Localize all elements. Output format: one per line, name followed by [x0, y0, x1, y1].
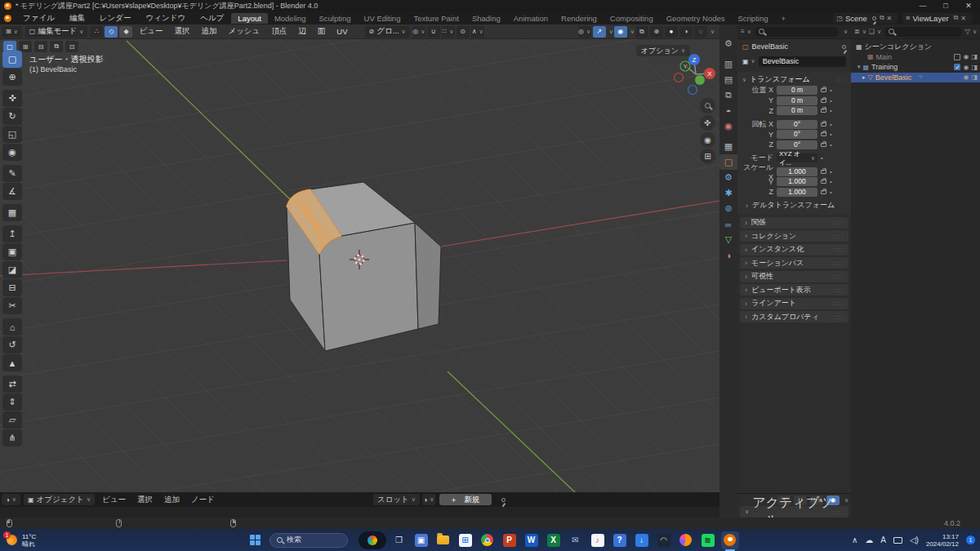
expand-arrow-icon[interactable]: ▸ [862, 74, 866, 81]
tool-annotate[interactable]: ✎ [2, 165, 22, 182]
shader-type-dropdown[interactable]: ▣オブジェクト∨ [24, 494, 95, 505]
tool-poly-build[interactable]: ⌂ [2, 318, 22, 335]
tab-view-layer[interactable]: ⧉ [719, 87, 737, 103]
copy-icon[interactable]: ⧉ [880, 14, 884, 22]
section-0[interactable]: ›関係:::: [740, 217, 849, 229]
scale-z-decorator-dot[interactable]: • [830, 189, 832, 196]
rotation-x-lock-icon[interactable] [821, 122, 826, 127]
navigation-gizmo[interactable]: Y Z X [675, 54, 716, 95]
workspace-tab-layout[interactable]: Layout [231, 13, 268, 24]
tab-world[interactable]: ◉ [719, 118, 737, 134]
tool-inset-faces[interactable]: ▣ [2, 243, 22, 260]
rotation-z-value[interactable]: 0° [777, 140, 817, 149]
outliner-search-input[interactable] [884, 27, 962, 37]
menu-render[interactable]: レンダー [92, 13, 139, 24]
edge-select-button[interactable]: ◇ [105, 26, 118, 38]
location-y-decorator-dot[interactable]: • [830, 97, 832, 104]
scale-x-decorator-dot[interactable]: • [830, 168, 832, 176]
workspace-tab-animation[interactable]: Animation [507, 13, 555, 24]
shading-dropdown[interactable]: ∨ [710, 29, 715, 35]
editor-type-button[interactable]: ⊞∨ [2, 26, 22, 38]
3d-viewport[interactable]: Y Z X ユーザー・透視投影 (1) BevelBasic オプション∨ ✜ … [0, 39, 719, 493]
section-2[interactable]: ›インスタンス化:::: [740, 244, 849, 256]
menu-view[interactable]: ビュー [133, 26, 168, 37]
pan-icon[interactable]: ✜ [700, 115, 715, 131]
hide-eye-icon[interactable]: ◉ [963, 73, 969, 81]
taskbar-icon-task-view[interactable]: ❐ [390, 531, 408, 549]
rotation-z-lock-icon[interactable] [821, 143, 826, 147]
blender-menu-icon[interactable] [4, 15, 11, 22]
workspace-tab-compositing[interactable]: Compositing [604, 13, 660, 24]
properties-filter-dropdown[interactable]: ∨ [844, 29, 848, 35]
select-invert-button[interactable]: ⧉ [50, 41, 63, 52]
taskbar-icon-powerpoint[interactable]: P [501, 531, 519, 549]
taskbar-icon-mail[interactable]: ✉ [567, 531, 585, 549]
object-browse-icon[interactable]: ▣ [742, 58, 749, 65]
rotation-y-value[interactable]: 0° [777, 130, 817, 139]
taskbar-icon-firefox[interactable] [677, 531, 695, 549]
tab-object[interactable]: ▢ [719, 154, 737, 170]
menu-view[interactable]: ビュー [96, 495, 131, 505]
close-button[interactable]: ✕ [957, 2, 980, 10]
menu-file[interactable]: ファイル [16, 13, 62, 24]
location-y-value[interactable]: 0 m [777, 96, 817, 105]
expand-arrow-icon[interactable]: ▾ [858, 64, 861, 70]
taskbar-icon-chrome[interactable] [479, 531, 497, 549]
section-3[interactable]: ›モーションパス:::: [740, 257, 849, 269]
maximize-button[interactable]: □ [934, 2, 957, 10]
pivot-point-dropdown[interactable]: ◎∨ [412, 26, 425, 38]
gizmo-negx[interactable] [675, 73, 684, 82]
tool-cursor[interactable]: ⊕ [2, 69, 22, 86]
snap-magnet-icon[interactable]: ∪ [427, 26, 440, 38]
scale-y-decorator-dot[interactable]: • [830, 178, 832, 185]
exclude-checkbox[interactable]: ✓ [954, 64, 960, 70]
disable-render-icon[interactable]: ◨ [971, 64, 978, 71]
copy-icon[interactable]: ⧉ [954, 14, 959, 22]
filter-icon[interactable]: ▽ [965, 28, 970, 35]
delta-transform-row[interactable]: ›デルタトランスフォーム [737, 200, 851, 211]
ime-indicator[interactable]: A [880, 535, 886, 544]
select-intersect-button[interactable]: ⊡ [65, 41, 78, 52]
shader-editor-body[interactable] [0, 507, 719, 518]
outliner-row-bevelbasic[interactable]: ▸ ▽ BevelBasic ⁘ ◉◨ [851, 73, 980, 83]
transform-orientation-dropdown[interactable]: ⊘グロ...∨ [365, 26, 410, 38]
taskbar-icon-teams[interactable]: ▣ [412, 531, 430, 549]
xray-toggle[interactable]: ⧉ [635, 26, 648, 38]
outliner-row-main[interactable]: ▦ Main ◉◨ [851, 52, 980, 63]
onedrive-cloud-icon[interactable]: ☁ [865, 535, 873, 544]
shading-solid-button[interactable]: ● [665, 26, 678, 38]
proportional-falloff-dropdown[interactable]: ∧∨ [471, 26, 484, 38]
tool-measure[interactable]: ∡ [2, 183, 22, 200]
section-7[interactable]: ›カスタムプロパティ:::: [740, 311, 849, 322]
tool-transform[interactable]: ◉ [2, 144, 22, 161]
workspace-tab-texture-paint[interactable]: Texture Paint [407, 13, 465, 24]
menu-node[interactable]: ノード [185, 495, 220, 505]
taskbar-icon-get-help[interactable]: ? [611, 531, 629, 549]
menu-add[interactable]: 追加 [195, 26, 222, 37]
snap-settings-dropdown[interactable]: ∷∨ [442, 26, 455, 38]
menu-select[interactable]: 選択 [168, 26, 195, 37]
gizmo-negz[interactable] [688, 86, 697, 95]
tool-add-cube[interactable]: ▦ [2, 204, 22, 221]
taskbar-icon-copilot[interactable] [359, 531, 386, 549]
location-x-lock-icon[interactable] [821, 88, 826, 92]
remove-icon[interactable]: ✕ [960, 15, 966, 22]
tool-edge-slide[interactable]: ⇄ [2, 375, 22, 393]
tool-rip-region[interactable]: ⋔ [2, 429, 22, 447]
show-gizmo-dropdown[interactable]: ◎∨ [578, 26, 591, 38]
location-y-lock-icon[interactable] [821, 99, 826, 103]
taskbar-search-input[interactable]: 検索 [270, 533, 348, 548]
workspace-tab-sculpting[interactable]: Sculpting [312, 13, 357, 24]
taskbar-icon-downloads[interactable]: ↓ [633, 531, 651, 549]
taskbar-icon-store[interactable]: ⊞ [457, 531, 474, 549]
scene-selector[interactable]: ◳ Scene ⧉ ✕ [833, 13, 898, 24]
tool-rotate[interactable]: ↻ [2, 108, 22, 125]
tab-scene[interactable]: ◓ [719, 103, 737, 118]
display-mode-icon[interactable]: ❏ [869, 28, 875, 35]
menu-add[interactable]: 追加 [158, 495, 185, 505]
location-z-value[interactable]: 0 m [777, 106, 817, 115]
mesh-object-bevelbasic[interactable] [287, 182, 441, 351]
outliner-row-training[interactable]: ▾ ▦ Training ✓◉◨ [851, 62, 980, 73]
workspace-tab-shading[interactable]: Shading [466, 13, 507, 24]
tab-particles[interactable]: ✱ [719, 185, 737, 201]
